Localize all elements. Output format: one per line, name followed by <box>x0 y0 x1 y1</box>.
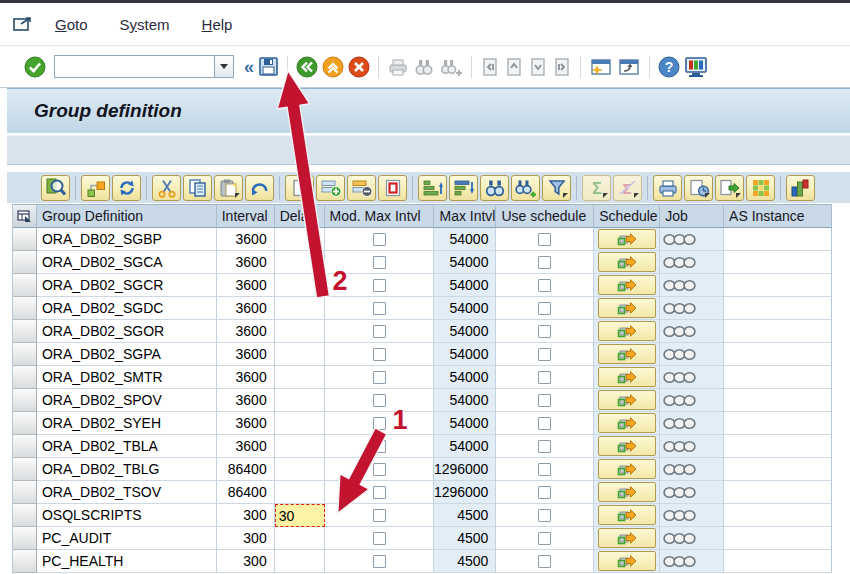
group-cell[interactable]: PC_HEALTH <box>37 550 217 573</box>
max-intvl-cell[interactable]: 54000 <box>434 228 496 251</box>
chain-links-icon[interactable] <box>663 233 699 246</box>
row-selector[interactable] <box>13 274 37 297</box>
max-intvl-cell[interactable]: 54000 <box>434 274 496 297</box>
chain-links-icon[interactable] <box>663 486 699 499</box>
row-selector[interactable] <box>13 527 37 550</box>
mod-max-intvl-checkbox[interactable] <box>373 325 386 338</box>
group-cell[interactable]: ORA_DB02_SGPA <box>37 343 217 366</box>
exit-icon[interactable] <box>322 54 344 80</box>
use-schedule-checkbox[interactable] <box>538 302 551 315</box>
sort-ascending-icon[interactable] <box>418 175 447 201</box>
group-cell[interactable]: ORA_DB02_SGBP <box>37 228 217 251</box>
use-schedule-checkbox[interactable] <box>538 256 551 269</box>
use-schedule-checkbox[interactable] <box>538 371 551 384</box>
interval-cell[interactable]: 3600 <box>217 228 275 251</box>
copy-icon[interactable] <box>183 175 212 201</box>
delay-cell[interactable]: 30 <box>275 504 325 527</box>
export-icon[interactable] <box>715 175 744 201</box>
customize-layout-icon[interactable] <box>684 54 708 80</box>
schedule-button[interactable] <box>598 298 656 318</box>
filter-icon[interactable] <box>542 175 571 201</box>
schedule-button[interactable] <box>598 436 656 456</box>
interval-cell[interactable]: 300 <box>217 527 275 550</box>
find-next-icon[interactable] <box>511 175 540 201</box>
as-instance-cell[interactable] <box>724 228 832 251</box>
interval-cell[interactable]: 3600 <box>217 297 275 320</box>
mod-max-intvl-checkbox[interactable] <box>373 417 386 430</box>
max-intvl-cell[interactable]: 54000 <box>434 412 496 435</box>
group-cell[interactable]: OSQLSCRIPTS <box>37 504 217 527</box>
column-header-delay[interactable]: Delay <box>275 205 325 228</box>
group-cell[interactable]: ORA_DB02_SGDC <box>37 297 217 320</box>
delay-cell[interactable] <box>275 343 325 366</box>
interval-cell[interactable]: 3600 <box>217 343 275 366</box>
undo-icon[interactable] <box>245 175 274 201</box>
column-header-interval[interactable]: Interval <box>217 205 275 228</box>
schedule-button[interactable] <box>598 321 656 341</box>
schedule-button[interactable] <box>598 229 656 249</box>
max-intvl-cell[interactable]: 4500 <box>434 504 496 527</box>
schedule-button[interactable] <box>598 459 656 479</box>
delay-cell[interactable] <box>275 366 325 389</box>
schedule-button[interactable] <box>598 551 656 571</box>
group-cell[interactable]: ORA_DB02_TSOV <box>37 481 217 504</box>
mod-max-intvl-checkbox[interactable] <box>373 486 386 499</box>
max-intvl-cell[interactable]: 1296000 <box>434 481 496 504</box>
insert-row-icon[interactable] <box>316 175 345 201</box>
chain-links-icon[interactable] <box>663 509 699 522</box>
delay-cell[interactable] <box>275 481 325 504</box>
use-schedule-checkbox[interactable] <box>538 532 551 545</box>
chain-links-icon[interactable] <box>663 417 699 430</box>
group-cell[interactable]: ORA_DB02_SMTR <box>37 366 217 389</box>
menu-goto[interactable]: Goto <box>55 16 88 33</box>
column-header-schedule[interactable]: Schedule <box>594 205 660 228</box>
paste-icon[interactable] <box>214 175 243 201</box>
row-selector[interactable] <box>13 297 37 320</box>
delay-cell[interactable] <box>275 297 325 320</box>
delay-cell[interactable] <box>275 458 325 481</box>
mod-max-intvl-checkbox[interactable] <box>373 302 386 315</box>
use-schedule-checkbox[interactable] <box>538 417 551 430</box>
interval-cell[interactable]: 3600 <box>217 320 275 343</box>
column-header-max-intvl[interactable]: Max Intvl <box>434 205 496 228</box>
interval-cell[interactable]: 3600 <box>217 435 275 458</box>
interval-cell[interactable]: 3600 <box>217 389 275 412</box>
mod-max-intvl-checkbox[interactable] <box>373 532 386 545</box>
select-all-icon[interactable] <box>13 205 37 228</box>
delay-cell[interactable] <box>275 274 325 297</box>
delay-cell[interactable] <box>275 527 325 550</box>
as-instance-cell[interactable] <box>724 412 832 435</box>
interval-cell[interactable]: 3600 <box>217 274 275 297</box>
interval-cell[interactable]: 300 <box>217 504 275 527</box>
max-intvl-cell[interactable]: 54000 <box>434 320 496 343</box>
schedule-button[interactable] <box>598 482 656 502</box>
graphic-icon[interactable] <box>786 175 815 201</box>
copy-row-icon[interactable] <box>378 175 407 201</box>
as-instance-cell[interactable] <box>724 389 832 412</box>
schedule-button[interactable] <box>598 367 656 387</box>
delay-cell[interactable] <box>275 251 325 274</box>
row-selector[interactable] <box>13 481 37 504</box>
as-instance-cell[interactable] <box>724 343 832 366</box>
schedule-button[interactable] <box>598 390 656 410</box>
sort-descending-icon[interactable] <box>449 175 478 201</box>
delay-cell[interactable] <box>275 320 325 343</box>
row-selector[interactable] <box>13 504 37 527</box>
mod-max-intvl-checkbox[interactable] <box>373 348 386 361</box>
help-icon[interactable]: ? <box>658 54 680 80</box>
schedule-button[interactable] <box>598 275 656 295</box>
use-schedule-checkbox[interactable] <box>538 325 551 338</box>
delete-row-icon[interactable] <box>347 175 376 201</box>
delay-cell[interactable] <box>275 435 325 458</box>
row-selector[interactable] <box>13 458 37 481</box>
chain-links-icon[interactable] <box>663 440 699 453</box>
column-header-as-instance[interactable]: AS Instance <box>724 205 832 228</box>
schedule-button[interactable] <box>598 413 656 433</box>
mod-max-intvl-checkbox[interactable] <box>373 463 386 476</box>
chain-links-icon[interactable] <box>663 371 699 384</box>
max-intvl-cell[interactable]: 4500 <box>434 527 496 550</box>
group-cell[interactable]: ORA_DB02_SPOV <box>37 389 217 412</box>
use-schedule-checkbox[interactable] <box>538 348 551 361</box>
new-session-icon[interactable] <box>589 54 613 80</box>
cancel-icon[interactable] <box>348 54 370 80</box>
